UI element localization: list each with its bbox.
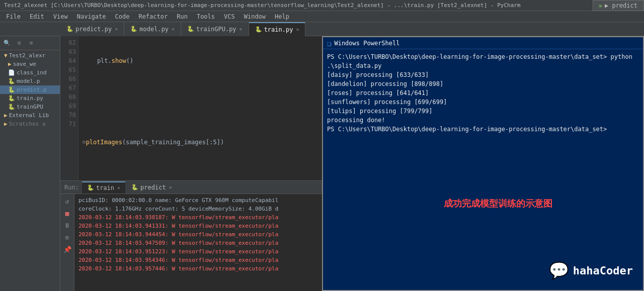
line-numbers: 62 63 64 65 66 67 68 69 70 71: [60, 36, 78, 180]
tab-model-label: model.py: [139, 26, 169, 33]
menu-vcs[interactable]: VCS: [220, 12, 239, 21]
close-predict-tab[interactable]: ✕: [115, 26, 118, 32]
tree-item-save-we-label: save_we: [13, 61, 36, 67]
folder-icon4: ▶: [4, 121, 8, 127]
py-file-icon3: 🐍: [8, 95, 15, 102]
close-train-tab[interactable]: ✕: [296, 27, 299, 32]
tree-item-save-we[interactable]: ▶ save_we: [0, 60, 60, 68]
ps-line-5: [sunflowers] processing [699/699]: [327, 98, 639, 107]
tree-item-class-ind[interactable]: 📄 class_ind: [0, 68, 60, 77]
tree-item-traingpu[interactable]: 🐍 trainGPU: [0, 103, 60, 111]
menu-navigate[interactable]: Navigate: [73, 12, 110, 21]
py-icon3: 🐍: [187, 26, 194, 32]
watermark: 💬 hahaCoder: [549, 261, 633, 280]
run-tab-train-label: train: [96, 184, 114, 191]
run-tab-predict-label: predict: [140, 184, 166, 191]
ps-line-8: PS C:\Users\TURBO\Desktop\deep-learning-…: [327, 125, 639, 134]
tab-train[interactable]: 🐍 train.py ✕: [249, 22, 306, 36]
watermark-text: hahaCoder: [573, 264, 633, 277]
gear-icon[interactable]: ⚙: [14, 38, 24, 48]
stop-icon[interactable]: ■: [62, 208, 72, 218]
play-icon: ▶: [599, 3, 603, 9]
pause-icon[interactable]: ⏸: [62, 220, 72, 230]
close-model-tab[interactable]: ✕: [172, 26, 175, 32]
project-tree: ▼ Test2_alexr ▶ save_we 📄 class_ind 🐍 mo…: [0, 50, 60, 291]
tree-item-ext-lib[interactable]: ▶ External Lib: [0, 111, 60, 120]
ps-content: PS C:\Users\TURBO\Desktop\deep-learning-…: [323, 49, 643, 290]
tree-item-train[interactable]: 🐍 train.py: [0, 94, 60, 103]
tab-traingpu-label: trainGPU.py: [196, 26, 236, 33]
tree-item-model-label: model.p: [17, 78, 40, 84]
tree-item-traingpu-label: trainGPU: [17, 104, 43, 110]
tab-predict[interactable]: 🐍 predict.py ✕: [60, 22, 124, 36]
tab-predict-label: predict.py: [75, 26, 112, 33]
menu-view[interactable]: View: [49, 12, 72, 21]
ps-line-6: [tulips] processing [799/799]: [327, 107, 639, 116]
window-title: Test2_alexnet [C:\Users\TURBO\Desktop\de…: [4, 2, 521, 9]
tab-model[interactable]: 🐍 model.py ✕: [124, 22, 181, 36]
menu-window[interactable]: Window: [240, 12, 270, 21]
title-bar: Test2_alexnet [C:\Users\TURBO\Desktop\de…: [0, 0, 644, 11]
predict-btn-label: ▶ predict: [605, 2, 637, 9]
py-run-icon2: 🐍: [131, 184, 138, 190]
powershell-window: ❑ Windows PowerShell PS C:\Users\TURBO\D…: [322, 36, 644, 291]
tree-item-train-label: train.py: [17, 95, 43, 102]
tree-item-predict-label: predict.p: [17, 86, 47, 93]
py-icon: 🐍: [66, 26, 73, 32]
py-file-icon: 🐍: [8, 78, 15, 84]
settings-icon[interactable]: ≡: [26, 38, 36, 48]
wechat-icon: 💬: [549, 261, 569, 280]
ps-line-1: PS C:\Users\TURBO\Desktop\deep-learning-…: [327, 52, 639, 70]
menu-run[interactable]: Run: [173, 12, 192, 21]
tree-item-class-ind-label: class_ind: [17, 69, 47, 76]
sidebar-toolbar: 🔍 ⚙ ≡: [0, 36, 60, 50]
editor-container: 62 63 64 65 66 67 68 69 70 71 plt.show()…: [60, 36, 644, 291]
tree-item-scratches-label: Scratches a: [9, 121, 46, 127]
menu-bar-items: File Edit View Navigate Code Refactor Ru…: [0, 11, 644, 22]
restart-icon[interactable]: ↺: [62, 196, 72, 206]
search-icon[interactable]: 🔍: [2, 38, 12, 48]
tab-traingpu[interactable]: 🐍 trainGPU.py ✕: [181, 22, 249, 36]
py-run-icon: 🐍: [87, 184, 94, 191]
close-run-train[interactable]: ✕: [117, 185, 120, 190]
run-toolbar: ↺ ■ ⏸ ≡ 📌: [60, 194, 74, 291]
tab-train-label: train.py: [264, 26, 293, 33]
ps-titlebar: ❑ Windows PowerShell: [323, 37, 643, 49]
ps-line-3: [dandelion] processing [898/898]: [327, 79, 639, 88]
run-tab-predict[interactable]: 🐍 predict ✕: [126, 181, 177, 193]
tree-item-model[interactable]: 🐍 model.p: [0, 77, 60, 85]
menu-refactor[interactable]: Refactor: [134, 12, 172, 21]
tree-item-ext-lib-label: External Lib: [9, 112, 49, 119]
tree-item-scratches[interactable]: ▶ Scratches a: [0, 120, 60, 128]
ps-line-7: processing done!: [327, 116, 639, 125]
close-traingpu-tab[interactable]: ✕: [239, 26, 243, 32]
tree-item-test2-label: Test2_alexr: [9, 52, 46, 59]
menu-help[interactable]: Help: [271, 12, 293, 21]
ps-line-4: [roses] processing [641/641]: [327, 88, 639, 98]
folder-icon2: ▶: [8, 61, 12, 67]
close-run-predict[interactable]: ✕: [169, 184, 172, 190]
tree-item-test2[interactable]: ▼ Test2_alexr: [0, 51, 60, 60]
py-file-icon4: 🐍: [8, 104, 15, 110]
main-layout: 🔍 ⚙ ≡ 1:Project ▼ Test2_alexr ▶ save_we …: [0, 36, 644, 291]
pin-icon[interactable]: 📌: [62, 244, 72, 254]
py-icon4: 🐍: [255, 26, 262, 33]
predict-button[interactable]: ▶ ▶ predict: [593, 0, 644, 11]
scroll-icon[interactable]: ≡: [62, 232, 72, 242]
menu-edit[interactable]: Edit: [26, 12, 48, 21]
folder-icon: ▼: [4, 52, 8, 59]
menu-code[interactable]: Code: [111, 12, 134, 21]
file-icon: 📄: [8, 69, 15, 76]
ps-line-2: [daisy] processing [633/633]: [327, 70, 639, 79]
run-label: Run:: [62, 184, 81, 191]
run-tab-train[interactable]: 🐍 train ✕: [82, 181, 125, 193]
project-sidebar: 🔍 ⚙ ≡ 1:Project ▼ Test2_alexr ▶ save_we …: [0, 36, 60, 291]
menu-file[interactable]: File: [2, 12, 25, 21]
folder-icon3: ▶: [4, 112, 8, 119]
py-icon2: 🐍: [130, 26, 137, 32]
ps-title: Windows PowerShell: [334, 40, 399, 47]
menu-tools[interactable]: Tools: [193, 12, 219, 21]
ps-icon: ❑: [327, 39, 331, 47]
editor-tab-bar: 🐍 predict.py ✕ 🐍 model.py ✕ 🐍 trainGPU.p…: [0, 22, 644, 36]
tree-item-predict[interactable]: 🐍 predict.p: [0, 85, 60, 94]
